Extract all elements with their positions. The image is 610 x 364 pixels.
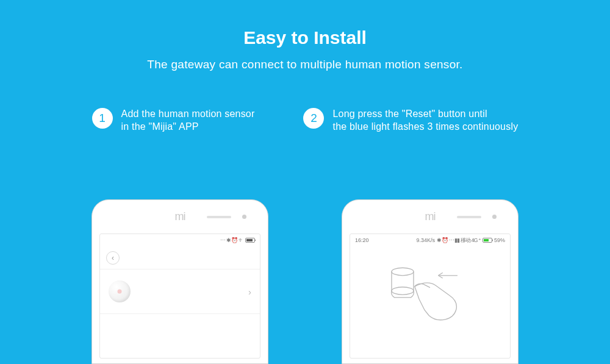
status-icons: ✱ ⏰ ⋯ ▮▮ 移动 4G ⁺ [437,237,481,244]
mi-logo: mi [425,210,436,223]
phones-row: mi ⋯ ✱ ⏰ ᯤ ‹ › [0,199,610,364]
step-number-2: 2 [303,108,324,129]
speaker-grill [457,216,481,218]
steps-row: 1 Add the human motion sensor in the "Mi… [0,108,610,134]
phone-screen-2: 16:20 9.34K/s ✱ ⏰ ⋯ ▮▮ 移动 4G ⁺ 59% [350,234,511,359]
step-number-1: 1 [92,108,113,129]
phone-mockup-1: mi ⋯ ✱ ⏰ ᯤ ‹ › [92,199,268,364]
speaker-grill [207,216,231,218]
header: Easy to Install The gateway can connect … [0,0,610,71]
step-1: 1 Add the human motion sensor in the "Mi… [92,108,255,134]
step-text-1: Add the human motion sensor in the "Miji… [121,108,255,134]
device-list-item[interactable]: › [100,269,260,314]
page-subtitle: The gateway can connect to multiple huma… [0,58,610,71]
chevron-right-icon: › [248,287,251,297]
step-text-2: Long press the "Reset" button until the … [332,108,518,134]
phone-screen-1: ⋯ ✱ ⏰ ᯤ ‹ › [99,234,260,359]
back-button[interactable]: ‹ [106,251,120,265]
step-2: 2 Long press the "Reset" button until th… [303,108,518,134]
status-bar: 16:20 9.34K/s ✱ ⏰ ⋯ ▮▮ 移动 4G ⁺ 59% [350,234,510,246]
phone-mockup-2: mi 16:20 9.34K/s ✱ ⏰ ⋯ ▮▮ 移动 4G ⁺ 59% [342,199,518,364]
page-title: Easy to Install [0,27,610,48]
reset-diagram [350,246,510,335]
hand-press-illustration [375,251,485,330]
motion-sensor-icon [109,280,131,302]
battery-icon [483,238,492,243]
app-header: ‹ [100,246,260,269]
front-camera [492,215,497,219]
front-camera [242,215,246,219]
phone-bezel-top: mi [92,200,268,234]
mi-logo: mi [175,210,185,223]
status-icons: ⋯ ✱ ⏰ ᯤ [220,237,243,243]
svg-point-3 [392,287,414,294]
phone-bezel-top: mi [342,200,518,234]
status-time: 16:20 [355,237,369,243]
svg-point-0 [392,268,414,276]
battery-percent: 59% [494,237,505,243]
status-speed: 9.34K/s [416,237,435,243]
status-bar: ⋯ ✱ ⏰ ᯤ [100,234,260,246]
battery-icon [245,238,255,243]
